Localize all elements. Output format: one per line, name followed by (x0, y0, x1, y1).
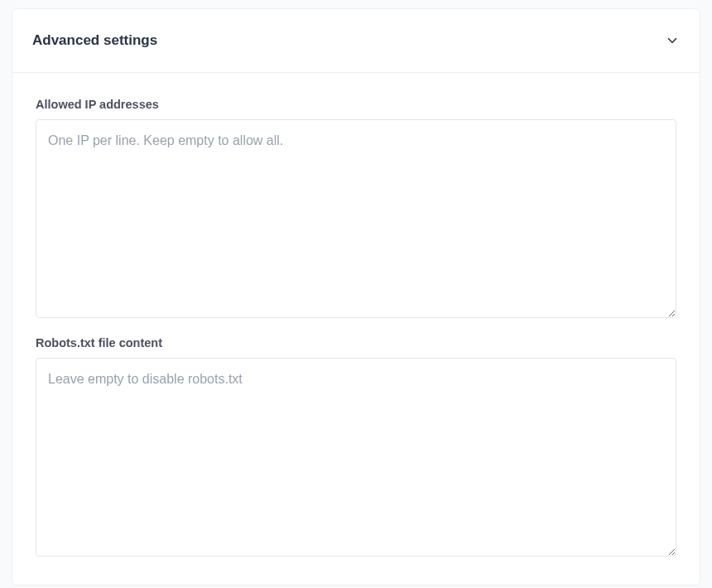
advanced-settings-body: Allowed IP addresses Robots.txt file con… (12, 73, 700, 585)
robots-txt-label: Robots.txt file content (36, 336, 676, 349)
allowed-ips-group: Allowed IP addresses (36, 98, 676, 321)
allowed-ips-label: Allowed IP addresses (36, 98, 676, 111)
robots-txt-group: Robots.txt file content (36, 336, 676, 560)
advanced-settings-card: Advanced settings Allowed IP addresses R… (12, 8, 700, 586)
robots-txt-textarea[interactable] (36, 358, 676, 557)
advanced-settings-header[interactable]: Advanced settings (12, 9, 700, 73)
chevron-down-icon (665, 33, 680, 48)
panel-title: Advanced settings (32, 32, 157, 49)
allowed-ips-textarea[interactable] (36, 119, 676, 318)
